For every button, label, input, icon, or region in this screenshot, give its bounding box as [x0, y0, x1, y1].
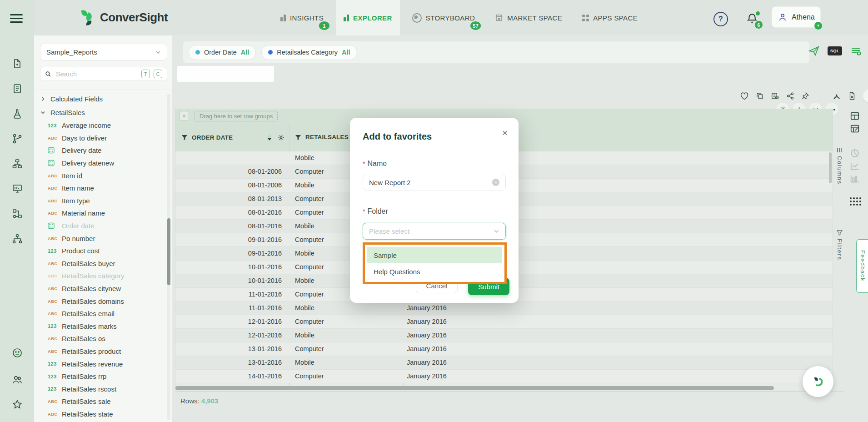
close-icon[interactable]: ×: [502, 128, 508, 137]
line-chart-icon[interactable]: [850, 161, 860, 171]
search-input[interactable]: [55, 70, 138, 78]
bar-chart-icon[interactable]: [850, 174, 860, 184]
report-doc-icon[interactable]: [12, 83, 23, 94]
field-item[interactable]: ABCRetailSales os: [34, 332, 166, 345]
presentation-chart-icon[interactable]: [12, 183, 23, 194]
workflow-icon[interactable]: [12, 208, 23, 219]
clear-input-icon[interactable]: ×: [492, 179, 499, 186]
sort-icon[interactable]: [267, 135, 272, 141]
field-item[interactable]: ABCPo number: [34, 232, 166, 245]
column-header-order-date[interactable]: ORDER DATE: [175, 123, 289, 151]
field-item[interactable]: ABCRetailSales citynew: [34, 282, 166, 295]
field-item[interactable]: 123RetailSales marks: [34, 320, 166, 333]
paper-plane-icon[interactable]: [808, 45, 820, 56]
field-item[interactable]: Delivery date: [34, 144, 166, 157]
help-icon[interactable]: ?: [713, 12, 728, 26]
nav-storyboard[interactable]: STORYBOARD 57: [404, 0, 483, 35]
apps-grid-icon[interactable]: [850, 197, 861, 206]
field-item[interactable]: ABCRetailSales buyer: [34, 257, 166, 270]
search-columns-toggle[interactable]: C: [154, 70, 162, 78]
user-menu[interactable]: Athena ▼: [772, 6, 821, 28]
folder-select[interactable]: Please select: [363, 223, 506, 240]
field-search[interactable]: T C: [40, 67, 167, 81]
option-help-questions[interactable]: Help Questions: [367, 263, 502, 280]
table-row[interactable]: 11-01-2016MobileJanuary 2016: [175, 301, 833, 315]
nav-apps-space[interactable]: APPS SPACE: [574, 0, 645, 35]
assistant-clock-icon[interactable]: [12, 347, 23, 358]
table-row[interactable]: 13-01-2016ComputerJanuary 2016: [175, 342, 833, 356]
favorite-heart-icon[interactable]: [740, 92, 749, 100]
nav-explorer[interactable]: EXPLORER: [336, 0, 400, 35]
field-item[interactable]: 123RetailSales rscost: [34, 382, 166, 395]
field-item[interactable]: ABCRetailSales email: [34, 307, 166, 320]
users-icon[interactable]: [12, 374, 23, 385]
export-xlsx-icon[interactable]: [848, 91, 856, 100]
notification-count-badge: 6: [755, 21, 763, 29]
flask-icon[interactable]: [12, 108, 23, 119]
field-label: Item id: [62, 172, 82, 180]
pivot-view-icon[interactable]: [850, 124, 860, 134]
filter-chip-retailsales-category[interactable]: Retailsales Category All: [261, 45, 357, 60]
table-cell: 09-01-2016: [175, 233, 289, 246]
tree-group-retailsales[interactable]: RetailSales: [34, 106, 166, 119]
filter-chip-order-date[interactable]: Order Date All: [189, 45, 256, 60]
notifications-bell-icon[interactable]: 6: [746, 12, 760, 26]
tab-columns[interactable]: Columns: [836, 147, 843, 185]
menu-hamburger-icon[interactable]: [10, 12, 23, 22]
assistant-bubble[interactable]: [803, 366, 833, 397]
query-list-icon[interactable]: [850, 45, 862, 56]
dataset-select[interactable]: Sample_Reports: [40, 44, 167, 60]
field-item[interactable]: ABCRetailSales state: [34, 408, 166, 421]
search-tables-toggle[interactable]: T: [141, 70, 150, 78]
date-field-icon: [48, 222, 58, 229]
conversight-assistant-icon[interactable]: [863, 89, 868, 103]
scheduled-report-icon[interactable]: [771, 92, 779, 100]
table-row[interactable]: 13-01-2016MobileJanuary 2016: [175, 356, 833, 370]
field-item[interactable]: ABCItem type: [34, 195, 166, 207]
field-label: Material name: [62, 209, 105, 217]
share-icon[interactable]: [786, 92, 794, 100]
field-item[interactable]: 123RetailSales rrp: [34, 370, 166, 383]
column-gear-icon[interactable]: [278, 134, 284, 141]
brand[interactable]: ConverSight: [77, 8, 168, 26]
nav-insights[interactable]: INSIGHTS 1: [273, 0, 331, 35]
nav-market-space[interactable]: MARKET SPACE: [487, 0, 570, 35]
field-label: Delivery date: [62, 146, 102, 154]
field-item[interactable]: 123RetailSales revenue: [34, 357, 166, 370]
table-view-icon[interactable]: [850, 111, 860, 121]
option-sample[interactable]: Sample: [367, 247, 502, 263]
table-row[interactable]: 12-01-2016ComputerJanuary 2016: [175, 315, 833, 329]
field-label: RetailSales buyer: [62, 260, 115, 267]
vertical-scrollbar-thumb[interactable]: [829, 152, 832, 183]
field-item[interactable]: ABCRetailSales sale: [34, 395, 166, 408]
duplicate-icon[interactable]: [756, 92, 764, 100]
git-branch-icon[interactable]: [12, 133, 23, 144]
sql-view-button[interactable]: SQL: [828, 46, 842, 55]
table-row[interactable]: 14-01-2016ComputerJanuary 2016: [175, 370, 833, 383]
field-item[interactable]: 123Product cost: [34, 245, 166, 257]
feedback-tab[interactable]: Feedback: [856, 239, 868, 293]
org-chart-icon[interactable]: [12, 158, 23, 169]
horizontal-scrollbar-thumb[interactable]: [175, 386, 774, 390]
hierarchy-icon[interactable]: [12, 233, 23, 244]
field-item[interactable]: 123Average income: [34, 119, 166, 132]
table-cell: January 2016: [403, 301, 833, 315]
export-pdf-icon[interactable]: [832, 91, 841, 100]
field-item[interactable]: ABCDays to deliver: [34, 132, 166, 145]
row-groups-drop-zone[interactable]: Drag here to set row groups: [195, 111, 278, 121]
tab-filters[interactable]: Filters: [836, 230, 843, 261]
field-item[interactable]: ABCRetailSales product: [34, 345, 166, 358]
new-file-icon[interactable]: [12, 58, 23, 69]
field-item[interactable]: Delivery datenew: [34, 157, 166, 170]
star-icon[interactable]: [12, 399, 23, 410]
name-field[interactable]: New Report 2 ×: [363, 174, 506, 191]
table-row[interactable]: 12-01-2016MobileJanuary 2016: [175, 329, 833, 342]
field-item[interactable]: ABCItem name: [34, 182, 166, 195]
field-item[interactable]: ABCMaterial name: [34, 207, 166, 220]
sidebar-scrollbar-thumb[interactable]: [167, 218, 170, 285]
pin-icon[interactable]: [801, 92, 809, 100]
tree-group-calculated-fields[interactable]: Calculated Fields: [34, 92, 166, 106]
field-item[interactable]: ABCItem id: [34, 169, 166, 182]
pie-chart-icon[interactable]: [850, 148, 860, 158]
field-item[interactable]: ABCRetailSales domains: [34, 295, 166, 307]
